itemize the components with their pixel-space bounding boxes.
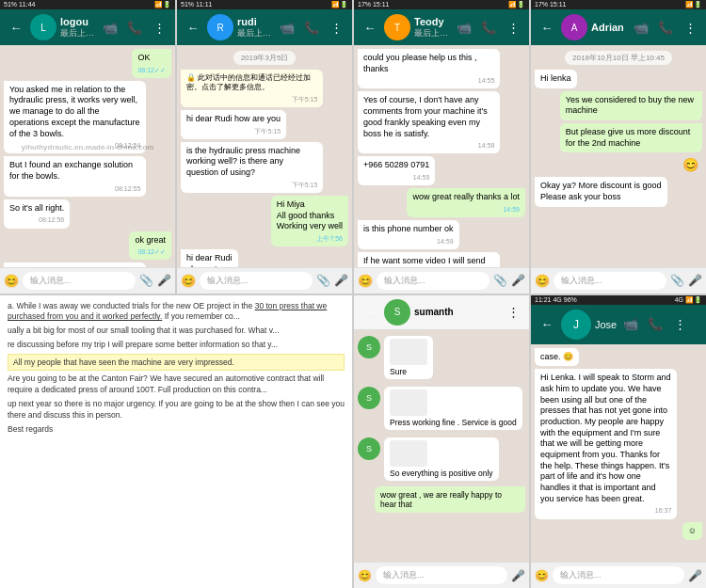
date-divider-adrian: 2018年10月10日 早上10:45 (565, 51, 672, 65)
header-info-jose: Jose (595, 319, 617, 330)
msg-sumanth-pressgood: S Press working fine . Service is good (358, 387, 525, 430)
chat-teody: 17% 15:11 📶🔋 ← T Teody 最后上线今天 15:08 📹 📞 … (354, 0, 529, 294)
msg-rudi-press: is the hydraulic press machine working w… (181, 142, 323, 193)
email-text-4: Are you going to be at the Canton Fair? … (8, 373, 345, 396)
avatar-adrian: A (561, 14, 587, 40)
emoji-icon-jose[interactable]: 😊 (535, 569, 549, 582)
contact-name-teody: Teody (414, 16, 450, 27)
msg-encrypt: 🔒 此对话中的信息和通话已经经过加密。点击了解更多信息。 下午5:15 (181, 70, 323, 107)
attach-icon-rudi[interactable]: 📎 (316, 274, 330, 287)
chat-header-adrian: ← A Adrian 📹 📞 ⋮ (531, 9, 706, 45)
sumanth-name: sumanth (414, 307, 499, 317)
msg-adrian-emoji: 😊 (679, 155, 702, 174)
msg-ok-sent: OK 08:12✓✓ (132, 49, 171, 78)
msg-exchange: But I found an exchange solution for the… (4, 156, 146, 196)
chat-sumanth: ← S sumanth ⋮ S Sure S Press working fin… (354, 295, 529, 589)
more-button-adrian[interactable]: ⋮ (680, 17, 700, 38)
back-button-jose[interactable]: ← (537, 314, 557, 335)
time-teody: 17% 15:11 (358, 1, 389, 8)
msg-adrian-hilenka: Hi lenka (535, 70, 577, 88)
back-button-sumanth[interactable]: ← (360, 302, 380, 323)
emoji-icon-rudi[interactable]: 😊 (181, 274, 196, 288)
thumb-sure (390, 339, 427, 365)
attach-icon-teody[interactable]: 📎 (493, 274, 507, 287)
video-button-logou[interactable]: 📹 (100, 17, 120, 38)
chat-body-logou: OK 08:12✓✓ You asked me in relation to t… (0, 45, 175, 267)
mic-icon-sumanth[interactable]: 🎤 (511, 569, 525, 582)
message-input-logou[interactable]: 输入消息... (23, 272, 136, 290)
message-input-teody[interactable]: 输入消息... (377, 272, 489, 290)
phone-button-rudi[interactable]: 📞 (301, 17, 322, 38)
status-bar-logou: 51% 11:44 📶🔋 (0, 0, 175, 9)
header-info-logou: logou 最后上线今天 上午3:51 (60, 16, 96, 40)
emoji-icon-teody[interactable]: 😊 (358, 274, 373, 288)
avatar-logou: L (30, 14, 56, 40)
msg-adrian-considered: Yes we considered to buy the new machine (560, 91, 702, 120)
contact-status-teody: 最后上线今天 15:08 (414, 27, 450, 40)
emoji-icon-sumanth[interactable]: 😊 (358, 569, 372, 582)
thumb-press (390, 389, 427, 416)
mic-icon-adrian[interactable]: 🎤 (688, 274, 702, 287)
message-input-sumanth[interactable]: 输入消息... (376, 566, 507, 584)
chat-rudi: 51% 11:11 📶🔋 ← R rudi 最后上线今天 上午2:14 📹 📞 … (177, 0, 352, 294)
more-button-logou[interactable]: ⋮ (149, 17, 169, 38)
back-button-adrian[interactable]: ← (537, 17, 557, 38)
chat-body-jose: case. 😊 Hi Lenka. I will speak to Storm … (531, 344, 706, 563)
video-button-rudi[interactable]: 📹 (277, 17, 297, 38)
email-text-3: re discussing before my trip I will prep… (8, 340, 345, 351)
mic-icon-teody[interactable]: 🎤 (511, 274, 525, 287)
chat-body-adrian: 2018年10月10日 早上10:45 Hi lenka Yes we cons… (531, 45, 706, 267)
attach-icon-logou[interactable]: 📎 (139, 274, 153, 287)
message-input-rudi[interactable]: 输入消息... (200, 272, 313, 290)
contact-status-rudi: 最后上线今天 上午2:14 (237, 27, 273, 40)
contact-name-rudi: rudi (237, 16, 273, 27)
chat-footer-sumanth: 😊 输入消息... 🎤 (354, 562, 529, 588)
time-logou: 51% 11:44 (4, 1, 35, 8)
back-button-rudi[interactable]: ← (183, 17, 203, 38)
message-input-adrian[interactable]: 输入消息... (554, 272, 666, 290)
emoji-icon-logou[interactable]: 😊 (4, 274, 19, 288)
chat-footer-jose: 😊 输入消息... 🎤 (531, 562, 706, 588)
back-button-teody[interactable]: ← (360, 17, 380, 38)
msg-sumanth-positive: S So everything is positive only (358, 437, 525, 481)
chat-header-teody: ← T Teody 最后上线今天 15:08 📹 📞 ⋮ (354, 9, 529, 45)
chat-header-logou: ← L logou 最后上线今天 上午3:51 📹 📞 ⋮ (0, 9, 175, 45)
more-button-teody[interactable]: ⋮ (503, 17, 523, 38)
phone-button-logou[interactable]: 📞 (124, 17, 145, 38)
mic-icon-logou[interactable]: 🎤 (157, 274, 171, 287)
chat-logou: 51% 11:44 📶🔋 ← L logou 最后上线今天 上午3:51 📹 📞… (0, 0, 175, 294)
video-button-adrian[interactable]: 📹 (631, 17, 651, 38)
video-button-teody[interactable]: 📹 (454, 17, 474, 38)
phone-button-teody[interactable]: 📞 (478, 17, 499, 38)
avatar-rudi: R (207, 14, 233, 40)
chat-footer-rudi: 😊 输入消息... 📎 🎤 (177, 267, 352, 294)
status-bar-rudi: 51% 11:11 📶🔋 (177, 0, 352, 9)
phone-button-jose[interactable]: 📞 (645, 314, 666, 335)
email-text-5: up next year so there is no major urgenc… (8, 399, 345, 421)
contact-status-logou: 最后上线今天 上午3:51 (60, 27, 96, 40)
email-text-2: ually a bit big for most of our small to… (8, 326, 345, 337)
avatar-sumanth-msg: S (358, 336, 380, 358)
time-jose: 11:21 4G 96% (535, 296, 577, 304)
msg-allright: So it's all right. 08:12:56 (4, 199, 70, 229)
msg-okgreat: ok great 08:12✓✓ (129, 231, 171, 261)
chat-body-teody: could you please help us this , thanks 1… (354, 45, 529, 267)
mic-icon-rudi[interactable]: 🎤 (334, 274, 348, 287)
more-button-rudi[interactable]: ⋮ (326, 17, 346, 38)
attach-icon-adrian[interactable]: 📎 (670, 274, 684, 287)
msg-jose-hilenka: Hi Lenka. I will speak to Storm and ask … (535, 369, 677, 518)
msg-rudi-reply: Hi MiyaAll good thanksWorking very well … (271, 196, 348, 246)
phone-button-adrian[interactable]: 📞 (655, 17, 676, 38)
header-info-adrian: Adrian (591, 22, 627, 33)
highlight-impressed: All my people that have seen the machine… (8, 354, 345, 371)
msg-teody-help: could you please help us this , thanks 1… (358, 49, 500, 88)
video-button-jose[interactable]: 📹 (620, 314, 641, 335)
message-input-jose[interactable]: 输入消息... (553, 566, 684, 584)
mic-icon-jose[interactable]: 🎤 (688, 569, 702, 582)
emoji-icon-adrian[interactable]: 😊 (535, 274, 550, 288)
msg-sumanth-sent-wow: wow great , we are really happy to hear … (375, 486, 525, 513)
more-button-sumanth[interactable]: ⋮ (503, 302, 523, 323)
back-button-logou[interactable]: ← (6, 17, 26, 38)
chat-footer-logou: 😊 输入消息... 📎 🎤 (0, 267, 175, 294)
more-button-jose[interactable]: ⋮ (669, 314, 690, 335)
